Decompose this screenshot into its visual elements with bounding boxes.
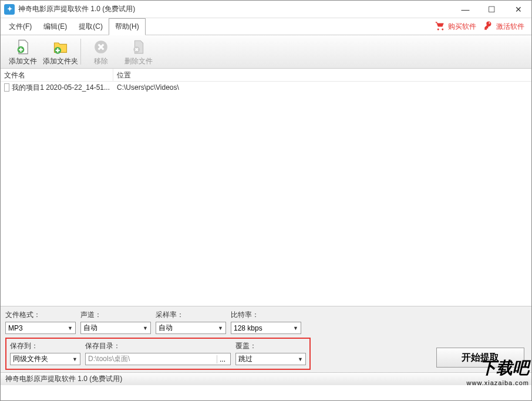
minimize-button[interactable]: — (452, 1, 479, 18)
activate-label: 激活软件 (496, 22, 524, 32)
chevron-down-icon: ▼ (298, 356, 303, 362)
delete-file-icon (120, 38, 157, 56)
cart-icon (435, 21, 446, 33)
saveto-label: 保存到： (10, 341, 80, 351)
remove-label: 移除 (82, 56, 120, 66)
settings-panel: 文件格式： MP3 ▼ 声道： 自动 ▼ 采样率： 自动 ▼ 比特率： 128 … (1, 306, 531, 372)
delete-file-label: 删除文件 (120, 56, 157, 66)
savedir-label: 保存目录： (85, 341, 231, 351)
bitrate-select[interactable]: 128 kbps ▼ (231, 322, 301, 334)
key-icon (483, 21, 494, 33)
col-header-filename[interactable]: 文件名 (1, 69, 113, 81)
sample-label: 采样率： (156, 310, 226, 320)
toolbar-divider (80, 39, 81, 65)
chevron-down-icon: ▼ (143, 325, 148, 331)
save-settings-highlight: 保存到： 同级文件夹 ▼ 保存目录： D:\tools\桌面\ ... (5, 338, 311, 370)
overwrite-select[interactable]: 跳过 ▼ (235, 353, 306, 365)
buy-software-link[interactable]: 购买软件 (435, 21, 476, 33)
maximize-button[interactable]: ☐ (479, 1, 505, 18)
buy-label: 购买软件 (448, 22, 476, 32)
remove-icon (82, 38, 120, 56)
menu-edit[interactable]: 编辑(E) (38, 18, 73, 35)
add-file-label: 添加文件 (4, 56, 42, 66)
menubar: 文件(F) 编辑(E) 提取(C) 帮助(H) 购买软件 激活软件 (1, 18, 531, 35)
close-button[interactable]: ✕ (505, 1, 531, 18)
chevron-down-icon: ▼ (72, 356, 78, 362)
overwrite-label: 覆盖： (235, 341, 306, 351)
channel-label: 声道： (80, 310, 151, 320)
start-extract-button[interactable]: 开始提取 (436, 348, 524, 368)
savedir-input[interactable]: D:\tools\桌面\ ... (85, 353, 231, 365)
browse-button[interactable]: ... (217, 355, 228, 363)
chevron-down-icon: ▼ (293, 325, 298, 331)
channel-select[interactable]: 自动 ▼ (80, 322, 151, 334)
add-folder-icon (42, 38, 79, 56)
remove-button[interactable]: 移除 (82, 38, 120, 66)
saveto-select[interactable]: 同级文件夹 ▼ (10, 353, 80, 365)
add-file-button[interactable]: 添加文件 (4, 38, 42, 66)
menu-help[interactable]: 帮助(H) (109, 18, 146, 35)
sample-select[interactable]: 自动 ▼ (156, 322, 226, 334)
format-select[interactable]: MP3 ▼ (5, 322, 76, 334)
menu-extract[interactable]: 提取(C) (73, 18, 109, 35)
add-folder-label: 添加文件夹 (42, 56, 79, 66)
col-header-location[interactable]: 位置 (113, 69, 531, 81)
file-location: C:\Users\pc\Videos\ (113, 82, 531, 93)
delete-file-button[interactable]: 删除文件 (120, 38, 157, 66)
statusbar: 神奇电影原声提取软件 1.0 (免费试用) (1, 372, 531, 385)
toolbar: 添加文件 添加文件夹 移除 删除文件 (1, 35, 531, 69)
file-icon (4, 83, 9, 92)
list-item[interactable]: 我的项目1 2020-05-22_14-51... C:\Users\pc\Vi… (1, 82, 531, 93)
chevron-down-icon: ▼ (218, 325, 223, 331)
app-icon: ✦ (4, 4, 15, 15)
activate-software-link[interactable]: 激活软件 (483, 21, 524, 33)
add-folder-button[interactable]: 添加文件夹 (42, 38, 79, 66)
file-name: 我的项目1 2020-05-22_14-51... (12, 83, 110, 93)
chevron-down-icon: ▼ (68, 325, 73, 331)
list-header: 文件名 位置 (1, 69, 531, 82)
window-title: 神奇电影原声提取软件 1.0 (免费试用) (18, 4, 452, 14)
add-file-icon (4, 38, 42, 56)
titlebar: ✦ 神奇电影原声提取软件 1.0 (免费试用) — ☐ ✕ (1, 1, 531, 18)
menu-file[interactable]: 文件(F) (3, 18, 38, 35)
window-controls: — ☐ ✕ (452, 1, 531, 18)
status-text: 神奇电影原声提取软件 1.0 (免费试用) (5, 374, 122, 384)
format-label: 文件格式： (5, 310, 76, 320)
file-list[interactable]: 我的项目1 2020-05-22_14-51... C:\Users\pc\Vi… (1, 82, 531, 306)
bitrate-label: 比特率： (231, 310, 301, 320)
